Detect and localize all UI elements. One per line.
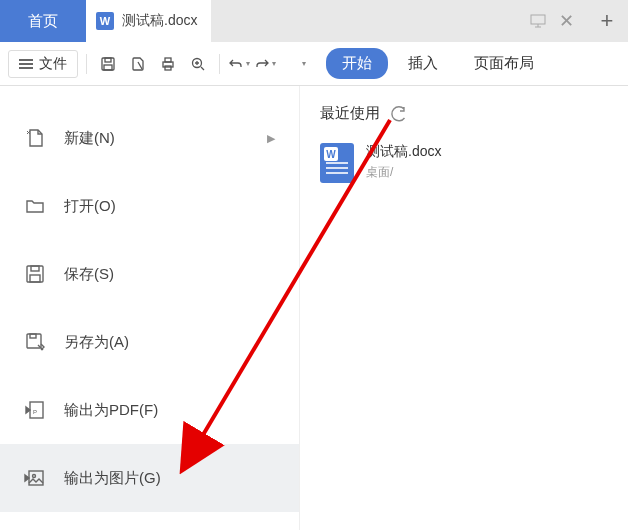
save-as-icon [24,331,46,353]
tab-doc-title: 测试稿.docx [122,12,197,30]
recent-title: 最近使用 [320,104,380,123]
close-tab-icon[interactable]: ✕ [554,9,578,33]
new-file-icon [24,127,46,149]
new-tab-button[interactable]: + [586,0,628,42]
svg-rect-9 [31,266,39,271]
svg-rect-6 [165,66,171,70]
recent-panel: 最近使用 测试稿.docx 桌面/ [300,86,628,530]
export-image-icon [24,467,46,489]
menu-label: 另存为(A) [64,333,129,352]
menu-item-new[interactable]: 新建(N) ▶ [0,104,299,172]
ribbon-tab-start[interactable]: 开始 [326,48,388,79]
word-file-icon [320,143,354,183]
overflow-chevron-icon[interactable]: ▾ [302,59,306,68]
open-folder-icon [24,195,46,217]
svg-rect-5 [165,58,171,62]
content-area: 新建(N) ▶ 打开(O) 保存(S) 另存为(A) P 输出为PDF(F) 输… [0,86,628,530]
tab-window-controls: ✕ [526,0,586,42]
chevron-down-icon: ▾ [272,59,276,68]
svg-point-16 [33,475,36,478]
refresh-icon[interactable] [390,105,408,123]
svg-rect-10 [30,275,40,282]
menu-label: 保存(S) [64,265,114,284]
menu-item-open[interactable]: 打开(O) [0,172,299,240]
toolbar: 文件 ▾ ▾ ▾ 开始 插入 页面布局 [0,42,628,86]
menu-label: 打开(O) [64,197,116,216]
menu-item-export-pdf[interactable]: P 输出为PDF(F) [0,376,299,444]
tabs-bar: 首页 W 测试稿.docx ✕ + [0,0,628,42]
ribbon-tab-insert[interactable]: 插入 [392,48,454,79]
file-menu-button[interactable]: 文件 [8,50,78,78]
redo-button[interactable]: ▾ [254,56,276,72]
word-doc-icon: W [96,12,114,30]
recent-header: 最近使用 [320,104,608,123]
menu-label: 输出为PDF(F) [64,401,158,420]
svg-rect-12 [30,334,36,338]
menu-item-export-image[interactable]: 输出为图片(G) [0,444,299,512]
tab-document[interactable]: W 测试稿.docx [86,0,211,42]
export-pdf-icon: P [24,399,46,421]
ribbon-tab-layout[interactable]: 页面布局 [458,48,550,79]
menu-label: 新建(N) [64,129,115,148]
save-icon[interactable] [95,51,121,77]
print-icon[interactable] [155,51,181,77]
svg-text:P: P [33,409,37,415]
recent-file-path: 桌面/ [366,164,441,181]
chevron-down-icon: ▾ [246,59,250,68]
recent-file-name: 测试稿.docx [366,143,441,161]
menu-item-saveas[interactable]: 另存为(A) [0,308,299,376]
menu-item-save[interactable]: 保存(S) [0,240,299,308]
hamburger-icon [19,59,33,69]
menu-label: 输出为图片(G) [64,469,161,488]
file-label: 文件 [39,55,67,73]
presentation-icon[interactable] [526,9,550,33]
undo-button[interactable]: ▾ [228,56,250,72]
recent-file-item[interactable]: 测试稿.docx 桌面/ [320,137,608,189]
save-disk-icon [24,263,46,285]
svg-rect-2 [105,58,111,62]
submenu-arrow-icon: ▶ [267,132,275,145]
zoom-icon[interactable] [185,51,211,77]
print-preview-icon[interactable] [125,51,151,77]
svg-rect-3 [104,65,112,70]
svg-rect-0 [531,15,545,24]
tab-home[interactable]: 首页 [0,0,86,42]
file-menu-panel: 新建(N) ▶ 打开(O) 保存(S) 另存为(A) P 输出为PDF(F) 输… [0,86,300,530]
